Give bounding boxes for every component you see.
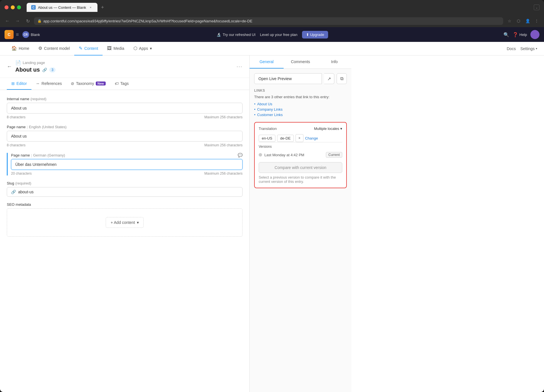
link-about-us[interactable]: About Us	[254, 102, 347, 106]
open-live-preview-button[interactable]: Open Live Preview	[254, 73, 322, 84]
workspace-avatar: CR	[22, 31, 29, 38]
tab-tags[interactable]: 🏷 Tags	[110, 78, 133, 90]
translation-locale-select[interactable]: Multiple locales ▾	[314, 127, 342, 131]
slug-input-row[interactable]: 🔗 about-us	[7, 187, 243, 197]
entry-more-menu[interactable]: ···	[237, 64, 243, 70]
workspace-selector[interactable]: CR Blank	[22, 31, 40, 38]
top-navigation: C ≡ CR Blank 🔬 Try our refreshed UI Leve…	[0, 27, 544, 42]
right-tab-info[interactable]: Info	[317, 55, 351, 68]
nav-apps[interactable]: ⬡ Apps ▾	[129, 42, 156, 55]
main-layout: ← 📄 Landing page About us 🔗 3 ···	[0, 55, 544, 392]
reload-button[interactable]: ↻	[24, 17, 32, 25]
change-locales-button[interactable]: Change	[305, 136, 318, 140]
bookmark-button[interactable]: ☆	[505, 17, 513, 25]
tab-close-button[interactable]: ×	[88, 5, 93, 10]
nav-home[interactable]: 🏠 Home	[7, 42, 34, 55]
locale-tag-de-de[interactable]: de-DE	[277, 135, 294, 142]
page-name-en-max: Maximum 256 characters	[204, 143, 243, 147]
compare-hint-text: Select a previous version to compare it …	[259, 175, 342, 184]
close-traffic-light[interactable]	[5, 5, 8, 9]
nav-content[interactable]: ✎ Content	[74, 42, 103, 55]
forward-button[interactable]: →	[14, 17, 22, 25]
search-button[interactable]: 🔍	[503, 32, 509, 37]
link-item-customer-links[interactable]: Customer Links	[254, 112, 347, 117]
page-name-en-chars: 8 characters	[7, 143, 26, 147]
workspace-name: Blank	[31, 33, 40, 37]
add-content-chevron: ▾	[137, 220, 139, 225]
nav-content-model-label: Content model	[44, 46, 70, 51]
preview-external-link-button[interactable]: ↗	[324, 73, 334, 84]
page-name-de-max: Maximum 256 characters	[204, 172, 243, 175]
tab-tags-label: Tags	[120, 81, 129, 86]
active-tab[interactable]: C About us — Content — Blank ×	[27, 3, 97, 12]
back-to-list-button[interactable]: ←	[7, 64, 12, 70]
address-input-field[interactable]: 🔒 app.contentful.com/spaces/ea934pj6iffy…	[34, 17, 503, 25]
entry-title-section: 📄 Landing page About us 🔗 3	[15, 60, 234, 73]
window-controls[interactable]: ⌄	[534, 5, 539, 10]
versions-section: Versions Last Monday at 4:42 PM Current …	[259, 142, 342, 184]
tab-editor[interactable]: ⊞ Editor	[7, 78, 31, 90]
profile-button[interactable]: 👤	[524, 17, 532, 25]
editor-icon: ⊞	[11, 81, 15, 86]
page-name-de-field: Page name | German (Germany) 💬 20 charac…	[7, 153, 243, 175]
hamburger-menu[interactable]: ≡	[16, 32, 19, 38]
right-panel-content: Open Live Preview ↗ ⧉ Links There are 3 …	[250, 69, 351, 392]
maximize-traffic-light[interactable]	[17, 5, 21, 9]
version-item: Last Monday at 4:42 PM Current	[259, 152, 342, 158]
add-content-button[interactable]: + Add content ▾	[106, 217, 143, 228]
links-description: There are 3 other entries that link to t…	[254, 95, 347, 99]
nav-center: 🔬 Try our refreshed UI Level up your fre…	[46, 31, 499, 38]
locale-tags-row: en-US de-DE × Change	[259, 134, 342, 142]
tab-references[interactable]: ↔ References	[31, 78, 67, 90]
nav-content-label: Content	[84, 46, 98, 51]
page-name-en-field: Page name | English (United States) 8 ch…	[7, 125, 243, 147]
user-avatar[interactable]	[530, 30, 539, 39]
upgrade-button[interactable]: ⬆ Upgrade	[302, 31, 328, 38]
internal-name-input[interactable]	[7, 103, 243, 113]
add-content-label: + Add content	[110, 220, 135, 225]
locale-remove-button[interactable]: ×	[296, 134, 303, 142]
more-options-button[interactable]: ⋮	[533, 17, 541, 25]
page-name-en-input[interactable]	[7, 131, 243, 142]
internal-name-meta: 8 characters Maximum 256 characters	[7, 115, 243, 119]
tab-bar: C About us — Content — Blank × +	[27, 3, 532, 12]
nav-docs[interactable]: Docs	[507, 46, 516, 51]
left-panel: ← 📄 Landing page About us 🔗 3 ···	[0, 55, 249, 392]
locale-tag-en-us[interactable]: en-US	[259, 135, 275, 142]
secure-icon: 🔒	[37, 19, 42, 23]
link-company-links[interactable]: Company Links	[254, 107, 347, 112]
extensions-button[interactable]: ⬡	[515, 17, 522, 25]
secondary-nav-right: Docs Settings ▾	[507, 46, 537, 51]
back-button[interactable]: ←	[3, 17, 11, 25]
right-tab-general[interactable]: General	[250, 55, 284, 68]
compare-with-current-button[interactable]: Compare with current version	[259, 162, 342, 173]
secondary-navigation: 🏠 Home ⚙ Content model ✎ Content 🖼 Media…	[0, 42, 544, 55]
notification-sub: Level up your free plan	[260, 33, 298, 37]
preview-copy-button[interactable]: ⧉	[337, 73, 347, 84]
link-customer-links[interactable]: Customer Links	[254, 113, 347, 117]
comment-icon[interactable]: 💬	[238, 153, 243, 157]
help-button[interactable]: ❓ Help	[513, 32, 527, 37]
page-name-de-input[interactable]	[11, 159, 243, 170]
page-name-de-label: Page name | German (Germany)	[11, 153, 65, 157]
nav-settings[interactable]: Settings ▾	[520, 46, 537, 51]
tab-taxonomy[interactable]: ⊘ Taxonomy New	[66, 78, 110, 90]
link-item-about-us[interactable]: About Us	[254, 101, 347, 107]
address-actions: ☆ ⬡ 👤 ⋮	[505, 17, 541, 25]
right-panel-tabs: General Comments Info	[250, 55, 351, 69]
right-tab-comments[interactable]: Comments	[284, 55, 318, 68]
nav-content-model[interactable]: ⚙ Content model	[34, 42, 74, 55]
entry-header: ← 📄 Landing page About us 🔗 3 ···	[0, 55, 249, 78]
seo-content-area: + Add content ▾	[7, 208, 243, 237]
translation-header: Translation Multiple locales ▾	[259, 127, 342, 131]
tab-taxonomy-label: Taxonomy	[76, 81, 94, 86]
nav-media[interactable]: 🖼 Media	[103, 42, 129, 55]
nav-right-actions: 🔍 ❓ Help	[503, 30, 539, 39]
slug-field: Slug (required) 🔗 about-us	[7, 181, 243, 197]
media-icon: 🖼	[107, 46, 112, 51]
new-tab-button[interactable]: +	[99, 3, 107, 11]
page-name-de-chars: 20 characters	[11, 172, 32, 175]
minimize-traffic-light[interactable]	[11, 5, 15, 9]
version-dot	[259, 153, 262, 157]
link-item-company-links[interactable]: Company Links	[254, 107, 347, 112]
